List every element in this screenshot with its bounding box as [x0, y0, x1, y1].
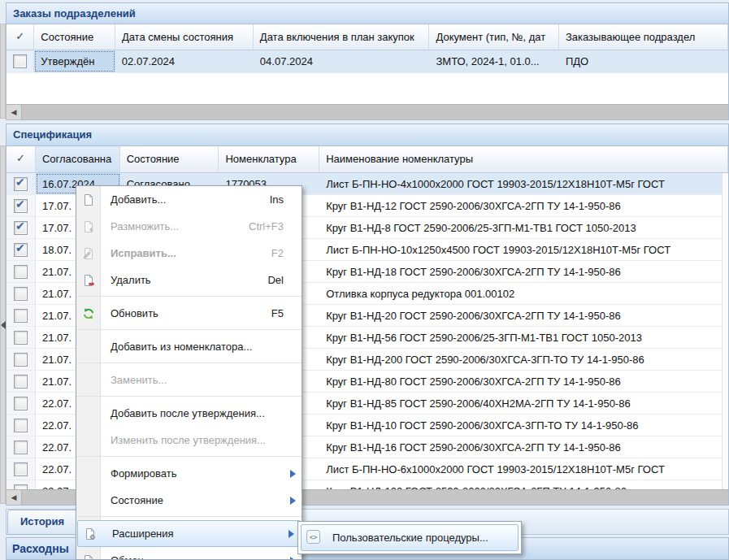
extensions-icon	[78, 527, 102, 540]
menu-item[interactable]: Добавить...Ins	[76, 186, 302, 213]
checkbox-icon[interactable]	[14, 221, 28, 235]
cell[interactable]: Круг В1-НД-200 ГОСТ 2590-2006/30ХГСА-3ГП…	[319, 349, 728, 370]
menu-item[interactable]: Формировать	[76, 460, 302, 487]
tab-history[interactable]: История	[7, 510, 77, 535]
checkbox-icon[interactable]	[14, 177, 28, 191]
checkbox-icon[interactable]	[14, 243, 28, 257]
menu-item-label: Добавить после утверждения...	[111, 407, 265, 419]
row-checkbox[interactable]	[7, 305, 36, 326]
spec-vscrollbar[interactable]	[722, 173, 728, 490]
row-checkbox[interactable]	[7, 195, 36, 216]
table-row[interactable]: Утверждён02.07.202404.07.2024ЗМТО, 2024-…	[7, 50, 728, 73]
column-header[interactable]: Согласованна	[36, 146, 120, 172]
row-checkbox[interactable]	[7, 217, 36, 238]
spec-left-splitter[interactable]	[0, 145, 6, 504]
cell[interactable]: ЗМТО, 2024-1, 01.0...	[429, 50, 559, 72]
menu-item[interactable]: Исправить...F2	[76, 240, 302, 267]
submenu-item[interactable]: <>Пользовательские процедуры...	[301, 524, 519, 551]
cell[interactable]: Лист Б-ПН-НО-10х1250х4500 ГОСТ 19903-201…	[319, 239, 728, 260]
cell[interactable]: Лист Б-ПН-НО-4х1000х2000 ГОСТ 19903-2015…	[319, 173, 728, 194]
column-header[interactable]: Состояние	[34, 24, 115, 50]
spec-grid-header[interactable]: ✓СогласованнаСостояниеНоменклатураНаимен…	[7, 146, 728, 173]
checkbox-icon[interactable]	[14, 265, 28, 279]
menu-item-label: Состояние	[111, 494, 163, 506]
column-header[interactable]: Документ (тип, №, дат	[429, 24, 559, 50]
column-header[interactable]: Состояние	[120, 146, 219, 172]
menu-item[interactable]: Добавить после утверждения...	[76, 400, 302, 427]
row-checkbox[interactable]	[7, 436, 36, 458]
menu-separator	[76, 293, 302, 300]
row-checkbox[interactable]	[7, 50, 34, 72]
row-checkbox[interactable]	[7, 371, 36, 392]
cell[interactable]: 02.07.2024	[115, 50, 254, 72]
cell[interactable]: Круг В1-НД-10 ГОСТ 2590-2006/30ХГСА-3ГП-…	[319, 415, 728, 436]
row-checkbox[interactable]	[7, 173, 36, 194]
checkbox-icon[interactable]	[14, 331, 28, 345]
menu-item[interactable]: Состояние	[76, 487, 302, 514]
orders-grid-header[interactable]: ✓СостояниеДата смены состоянияДата включ…	[7, 24, 728, 50]
orders-hscrollbar[interactable]: ◀	[7, 104, 728, 119]
checkbox-icon[interactable]	[14, 375, 28, 389]
row-checkbox[interactable]	[7, 349, 36, 370]
exchange-icon	[76, 554, 100, 560]
checkbox-icon[interactable]	[14, 441, 28, 454]
cell[interactable]: Утверждён	[34, 50, 115, 72]
menu-item[interactable]: Размножить...Ctrl+F3	[76, 213, 302, 240]
extensions-submenu: <>Пользовательские процедуры...	[297, 521, 522, 554]
column-header[interactable]: Дата включения в план закупок	[254, 24, 430, 50]
cell[interactable]: Круг В1-НД-12 ГОСТ 2590-2006/30ХГСА-2ГП …	[319, 195, 728, 216]
row-checkbox[interactable]	[7, 415, 36, 436]
checkbox-icon[interactable]	[14, 309, 28, 323]
menu-item[interactable]: ОбновитьF5	[76, 300, 302, 327]
row-checkbox[interactable]	[7, 458, 36, 480]
scroll-left-icon[interactable]: ◀	[7, 490, 22, 505]
select-all-check-icon[interactable]: ✓	[7, 24, 34, 50]
cell[interactable]: Круг В1-НД-20 ГОСТ 2590-2006/30ХГСА-2ГП …	[319, 305, 728, 326]
row-checkbox[interactable]	[7, 261, 36, 282]
add-document-icon	[76, 193, 100, 206]
menu-item[interactable]: Заменить...	[76, 367, 302, 393]
menu-item[interactable]: УдалитьDel	[76, 267, 302, 293]
orders-left-splitter[interactable]	[0, 24, 6, 119]
menu-item[interactable]: Обмен	[76, 547, 302, 560]
checkbox-icon[interactable]	[13, 54, 27, 68]
row-checkbox[interactable]	[7, 327, 36, 348]
checkbox-icon[interactable]	[14, 462, 28, 476]
cell[interactable]: Круг В1-НД-56 ГОСТ 2590-2006/25-3ГП-М1-Т…	[319, 327, 728, 348]
cell[interactable]: Круг В1-НД-16 ГОСТ 2590-2006/30ХГСА-2ГП …	[319, 436, 728, 458]
menu-item-label: Изменить после утверждения...	[111, 434, 266, 446]
scroll-left-icon[interactable]: ◀	[7, 105, 22, 119]
checkbox-icon[interactable]	[14, 199, 28, 213]
menu-item[interactable]: Расширения	[77, 520, 301, 547]
delete-document-icon	[76, 274, 100, 287]
column-header[interactable]: Номенклатура	[219, 146, 319, 172]
cell[interactable]: Круг В1-НД-85 ГОСТ 2590-2006/40ХН2МА-2ГП…	[319, 393, 728, 414]
cell[interactable]: 04.07.2024	[254, 50, 430, 72]
column-header[interactable]: Наименование номенклатуры	[319, 146, 728, 172]
edit-document-icon	[76, 247, 100, 260]
cell[interactable]: Лист Б-ПН-НО-6х1000х2000 ГОСТ 19903-2015…	[319, 458, 728, 480]
duplicate-document-icon	[76, 220, 100, 233]
checkbox-icon[interactable]	[14, 419, 28, 432]
refresh-icon	[76, 307, 100, 320]
checkbox-icon[interactable]	[14, 353, 28, 367]
row-checkbox[interactable]	[7, 283, 36, 304]
submenu-arrow-icon	[290, 470, 296, 478]
cell[interactable]: Отливка корпуса редуктора 001.00102	[319, 283, 728, 304]
cell[interactable]: ПДО	[559, 50, 728, 72]
menu-item-label: Добавить из номенклатора...	[111, 341, 252, 353]
row-checkbox[interactable]	[7, 239, 36, 260]
menu-item-label: Добавить...	[111, 193, 166, 206]
column-header[interactable]: Дата смены состояния	[115, 24, 254, 50]
cell[interactable]: Круг В1-НД-18 ГОСТ 2590-2006/30ХГСА-2ГП …	[319, 261, 728, 282]
select-all-check-icon[interactable]: ✓	[7, 146, 36, 172]
checkbox-icon[interactable]	[14, 287, 28, 301]
cell[interactable]: Круг В1-НД-80 ГОСТ 2590-2006/30ХГСА-2ГП …	[319, 371, 728, 392]
menu-item[interactable]: Добавить из номенклатора...	[76, 333, 302, 360]
cell[interactable]: Круг В1-НД-8 ГОСТ 2590-2006/25-3ГП-М1-ТВ…	[319, 217, 728, 238]
column-header[interactable]: Заказывающее подраздел	[559, 24, 728, 50]
menu-shortcut: Ins	[270, 193, 284, 206]
menu-item[interactable]: Изменить после утверждения...	[76, 427, 302, 454]
checkbox-icon[interactable]	[14, 397, 28, 410]
row-checkbox[interactable]	[7, 393, 36, 414]
